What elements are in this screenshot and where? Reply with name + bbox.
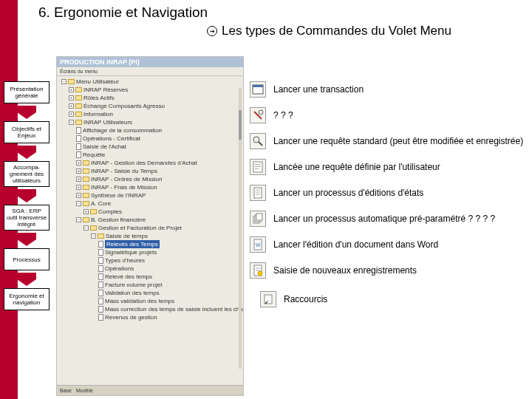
folder-icon [83,185,89,190]
tree-node: INRAP - Ordres de Mission [91,175,162,183]
legend-row-shortcut: Raccourcis [260,291,523,307]
svg-rect-1 [253,85,263,87]
command-legend: Lancer une transaction ? ? ? Lancer une … [250,81,523,307]
tree-leaf[interactable]: Signalétique projets [105,248,157,256]
plus-icon[interactable]: + [69,112,74,117]
nav-box-accompagnement[interactable]: Accompa-gnement des utilisateurs [4,161,50,187]
plus-icon[interactable]: + [76,193,81,198]
nav-box-processus[interactable]: Processus [4,248,50,270]
minus-icon[interactable]: − [76,217,81,222]
tree-leaf-selected[interactable]: Relevés des Temps [105,240,160,248]
legend-row: Lancer une transaction [250,81,523,98]
document-icon [98,290,103,296]
nav-box-sga[interactable]: SGA : ERP outil transverse intégré [4,205,50,231]
tree-leaf[interactable]: Affichage de la consommation [83,126,162,134]
svg-rect-9 [254,188,262,198]
tree-leaf[interactable]: Opérations [105,265,134,273]
document-icon [98,241,103,248]
tree-node: Information [83,110,113,118]
legend-label: Lancer l'édition d'un document dans Word [273,239,438,250]
folder-icon [75,95,82,100]
tree-leaf[interactable]: Opérations - Certificat [83,134,140,143]
tree-node: INRAP - Saisie du Temps [91,167,157,175]
plus-icon[interactable]: + [83,209,89,214]
minus-icon[interactable]: − [83,225,89,231]
minus-icon[interactable]: − [76,201,81,206]
document-icon [98,306,103,313]
document-icon [98,298,103,304]
tree-root: Menu Utilisateur [76,78,119,86]
folder-icon [83,201,89,206]
minus-icon[interactable]: − [91,233,96,239]
tree-leaf[interactable]: Revenus de gestion [105,313,157,321]
plus-icon[interactable]: + [69,87,74,92]
document-icon [76,135,81,142]
tree-node: A. Core [91,200,111,208]
tree-node: INRAP Utilisateurs [83,118,132,126]
tab-base[interactable]: Base [60,388,72,393]
nav-box-objectifs[interactable]: Objectifs et Enjeux [4,121,50,143]
svg-rect-6 [255,164,261,165]
minus-icon[interactable]: − [69,120,74,125]
minus-icon[interactable]: − [61,79,66,84]
tree-leaf[interactable]: Types d'heures [105,256,145,265]
legend-shortcut-label: Raccourcis [284,294,327,304]
plus-icon[interactable]: + [76,160,81,166]
menu-tree[interactable]: −Menu Utilisateur +INRAP Réserves +Rôles… [57,76,243,381]
nav-box-ergonomie[interactable]: Ergonomie et navigation [4,288,50,310]
svg-line-4 [259,142,262,146]
legend-label: Lancer une requête standard (peut être m… [273,136,523,146]
tree-node: Saisie de temps [106,232,148,240]
legend-row: Lancer une requête standard (peut être m… [250,133,523,149]
down-arrow-icon [17,146,36,159]
folder-icon [98,233,104,239]
folder-icon [90,209,97,214]
stack-icon [250,211,266,227]
document-icon [76,151,81,158]
legend-label: Lancer une transaction [273,84,364,95]
tree-leaf[interactable]: Saisie de l'Achat [83,143,126,151]
folder-icon [83,168,89,174]
tree-node: INRAP - Frais de Mission [91,183,157,191]
document-icon [76,143,81,150]
plus-icon[interactable]: + [69,103,74,109]
folder-icon [83,193,89,198]
tree-leaf[interactable]: Relevé des temps [105,273,152,281]
folder-icon [83,177,89,182]
legend-row: Lancer un processus automatique pré-para… [250,211,523,227]
nav-sidebar: Présentation générale Objectifs et Enjeu… [0,81,53,310]
plus-icon[interactable]: + [69,95,74,100]
folder-icon [90,225,97,231]
legend-row: W Lancer l'édition d'un document dans Wo… [250,236,523,253]
legend-label: Lancée une requête définie par l'utilisa… [273,162,440,172]
tab-modele[interactable]: Modèle [76,388,93,393]
svg-rect-8 [255,168,259,169]
report-icon [250,185,266,201]
document-icon [98,273,103,280]
window-icon [250,81,266,98]
down-arrow-icon [17,273,36,286]
plus-icon[interactable]: + [76,185,81,190]
tree-node: INRAP Réserves [83,86,128,94]
tree-leaf[interactable]: Mass validation des temps [105,297,174,305]
tree-node: Gestion et Facturation de Projet [98,224,182,232]
tree-leaf[interactable]: Validation des temps [105,289,160,297]
folder-icon [75,87,82,92]
folder-icon [75,112,82,117]
legend-label: Lancer un processus d'éditions d'états [273,188,423,198]
tree-leaf[interactable]: Mass correction des temps de saisie incl… [105,305,243,313]
legend-label: ? ? ? [273,110,293,120]
nav-box-presentation[interactable]: Présentation générale [4,81,50,103]
plus-icon[interactable]: + [76,177,81,182]
app-window: PRODUCTION INRAP (PI) Écrans du menu −Me… [56,56,244,396]
down-arrow-icon [17,233,36,246]
tree-node: Rôles Actifs [83,94,115,102]
tree-node: B. Gestion financière [91,216,146,224]
scrollbar[interactable] [239,88,242,369]
circle-arrow-icon: ➔ [207,26,217,36]
tree-leaf[interactable]: Facture volume projet [105,281,162,289]
plus-icon[interactable]: + [76,168,81,174]
shortcut-icon [260,291,276,307]
document-icon [76,127,81,134]
tree-leaf[interactable]: Requête [83,151,105,159]
